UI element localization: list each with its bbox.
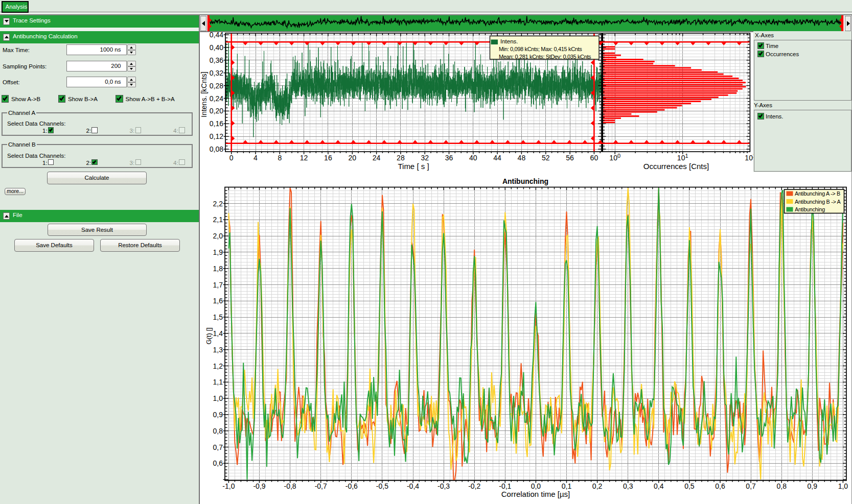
svg-text:Mean: 0,281 kCnts; StDev: 0,03: Mean: 0,281 kCnts; StDev: 0,035 kCnts (499, 54, 591, 60)
svg-text:4: 4 (254, 154, 258, 162)
svg-text:1,1: 1,1 (213, 378, 223, 386)
svg-text:-0,2: -0,2 (468, 482, 480, 490)
svg-text:0,28: 0,28 (210, 82, 223, 90)
svg-text:0,12: 0,12 (210, 132, 223, 140)
svg-text:-0,8: -0,8 (284, 482, 296, 490)
svg-text:44: 44 (493, 154, 501, 162)
svg-text:1,0: 1,0 (213, 394, 223, 402)
svg-text:2,0: 2,0 (213, 232, 223, 240)
svg-text:Intens. [kCnts]: Intens. [kCnts] (200, 71, 208, 117)
svg-text:0,40: 0,40 (210, 43, 223, 52)
svg-text:Antibunching: Antibunching (795, 206, 825, 212)
svg-text:24: 24 (373, 154, 381, 162)
svg-text:Antibunching A -> B: Antibunching A -> B (795, 190, 840, 197)
svg-text:1,4: 1,4 (213, 329, 223, 338)
svg-text:0,6: 0,6 (213, 459, 223, 467)
svg-text:Antibunching: Antibunching (502, 177, 548, 185)
svg-text:0,4: 0,4 (654, 482, 664, 490)
svg-text:Correlation time [µs]: Correlation time [µs] (501, 490, 570, 498)
svg-text:100: 100 (609, 153, 620, 162)
svg-text:60: 60 (590, 154, 598, 162)
svg-text:-0,4: -0,4 (407, 482, 419, 490)
svg-text:0,24: 0,24 (210, 94, 223, 103)
svg-text:0,1: 0,1 (562, 482, 572, 490)
svg-text:0,44: 0,44 (210, 32, 223, 39)
svg-text:1,9: 1,9 (213, 248, 223, 256)
svg-text:-0,9: -0,9 (253, 482, 265, 490)
svg-text:-0,3: -0,3 (437, 482, 450, 490)
svg-text:0: 0 (229, 154, 234, 162)
svg-text:48: 48 (518, 154, 526, 162)
svg-text:Occurrences [Cnts]: Occurrences [Cnts] (643, 162, 709, 171)
svg-text:32: 32 (421, 154, 429, 162)
svg-text:12: 12 (300, 154, 308, 162)
svg-text:52: 52 (542, 154, 550, 162)
svg-text:0,32: 0,32 (210, 69, 223, 77)
svg-text:1,5: 1,5 (213, 313, 223, 321)
svg-text:Min: 0,098 kCnts; Max: 0,415 k: Min: 0,098 kCnts; Max: 0,415 kCnts (499, 46, 582, 52)
svg-text:0,16: 0,16 (210, 119, 223, 128)
svg-text:56: 56 (566, 154, 574, 162)
svg-text:0,20: 0,20 (210, 107, 223, 115)
svg-text:0,5: 0,5 (684, 482, 695, 490)
svg-text:1,7: 1,7 (213, 281, 223, 289)
svg-text:-0,5: -0,5 (376, 482, 388, 490)
svg-text:8: 8 (278, 154, 282, 162)
svg-text:40: 40 (469, 154, 477, 162)
svg-text:0,8: 0,8 (776, 482, 787, 490)
svg-text:0,6: 0,6 (715, 482, 725, 490)
svg-text:0,0: 0,0 (531, 482, 541, 490)
svg-text:1,2: 1,2 (213, 362, 223, 370)
svg-text:0,08: 0,08 (210, 145, 223, 153)
svg-text:0,36: 0,36 (210, 56, 223, 64)
svg-text:0,2: 0,2 (592, 482, 603, 490)
svg-text:Intens.: Intens. (500, 38, 518, 44)
svg-text:0,9: 0,9 (213, 411, 223, 419)
svg-text:1,0: 1,0 (838, 482, 848, 490)
svg-text:Time [ s ]: Time [ s ] (398, 162, 429, 171)
svg-text:Antibunching B -> A: Antibunching B -> A (795, 199, 841, 205)
svg-text:1,6: 1,6 (213, 297, 223, 305)
svg-text:-0,6: -0,6 (346, 482, 358, 490)
svg-text:101: 101 (677, 153, 688, 162)
svg-text:36: 36 (445, 154, 453, 162)
svg-text:0,7: 0,7 (746, 482, 756, 490)
svg-text:20: 20 (349, 154, 357, 162)
svg-text:-0,1: -0,1 (499, 482, 511, 490)
svg-text:0,7: 0,7 (213, 443, 223, 451)
svg-text:-0,7: -0,7 (315, 482, 327, 490)
svg-text:0,8: 0,8 (213, 427, 223, 435)
svg-text:G(t) []: G(t) [] (205, 327, 213, 344)
svg-text:16: 16 (324, 154, 332, 162)
svg-text:-1,0: -1,0 (222, 482, 235, 490)
svg-text:2,2: 2,2 (213, 200, 223, 208)
svg-text:0,9: 0,9 (808, 482, 818, 490)
svg-text:2,1: 2,1 (213, 215, 223, 224)
svg-text:28: 28 (397, 154, 405, 162)
svg-text:0,3: 0,3 (623, 482, 633, 490)
svg-text:1,8: 1,8 (213, 265, 223, 273)
svg-text:1,3: 1,3 (213, 346, 223, 354)
